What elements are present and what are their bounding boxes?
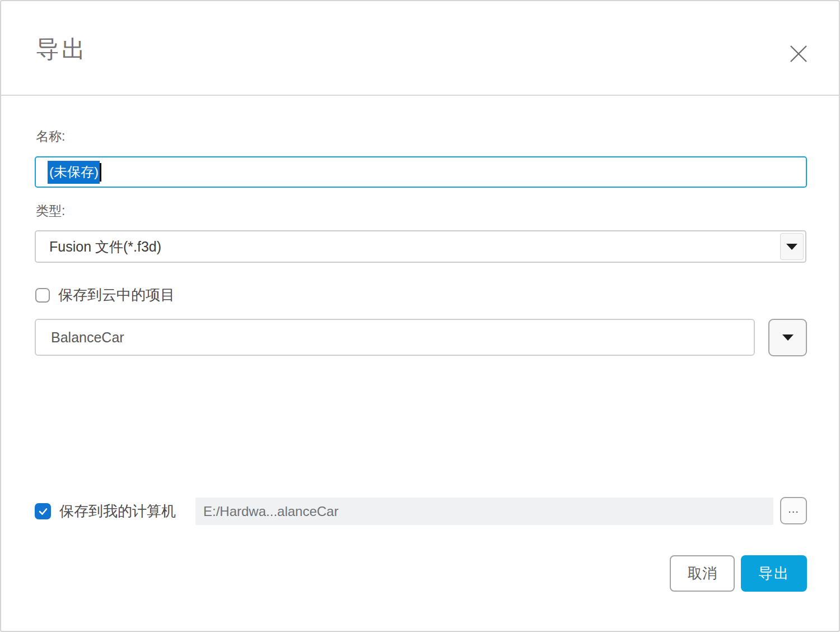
browse-button[interactable]: ... <box>780 497 807 524</box>
cancel-button[interactable]: 取消 <box>670 555 735 592</box>
cloud-checkbox[interactable] <box>35 288 50 303</box>
type-label: 类型: <box>36 202 65 220</box>
project-dropdown-button[interactable] <box>768 319 807 356</box>
export-button[interactable]: 导出 <box>741 555 807 592</box>
project-input[interactable]: BalanceCar <box>35 319 755 356</box>
type-select[interactable]: Fusion 文件(*.f3d) <box>35 230 806 263</box>
dialog-title: 导出 <box>36 34 87 65</box>
path-field: E:/Hardwa...alanceCar <box>195 498 773 525</box>
header-divider <box>1 95 839 96</box>
cloud-checkbox-label: 保存到云中的项目 <box>58 285 175 305</box>
path-field-value: E:/Hardwa...alanceCar <box>203 504 338 519</box>
type-select-value: Fusion 文件(*.f3d) <box>49 238 161 256</box>
name-label: 名称: <box>36 128 65 145</box>
cloud-checkbox-row: 保存到云中的项目 <box>35 285 175 305</box>
project-input-value: BalanceCar <box>51 329 124 346</box>
close-x-glyph <box>788 44 809 64</box>
text-caret <box>100 163 101 182</box>
computer-checkbox-label: 保存到我的计算机 <box>59 501 176 521</box>
close-icon[interactable] <box>785 40 812 67</box>
computer-checkbox[interactable] <box>35 503 51 519</box>
export-dialog: 导出 名称: (未保存) 类型: Fusion 文件(*.f3d) 保存到云中的… <box>0 0 840 632</box>
type-select-arrow-button[interactable] <box>780 233 804 260</box>
name-input-selected-text: (未保存) <box>48 161 100 184</box>
computer-checkbox-row: 保存到我的计算机 <box>35 501 176 521</box>
checkmark-icon <box>38 506 48 517</box>
name-input[interactable]: (未保存) <box>35 156 807 188</box>
chevron-down-icon <box>786 244 797 250</box>
chevron-down-icon <box>782 334 794 341</box>
